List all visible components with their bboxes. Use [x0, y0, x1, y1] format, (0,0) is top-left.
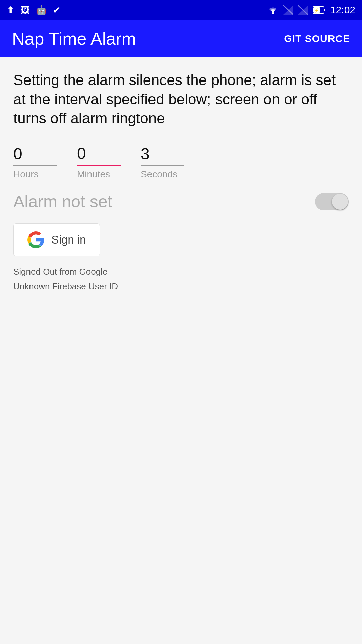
time-inputs-row: Hours Minutes Seconds: [13, 144, 349, 180]
signin-label: Sign in: [51, 233, 86, 246]
android-icon: 🤖: [36, 5, 47, 15]
status-time: 12:02: [330, 4, 355, 16]
image-icon: 🖼: [20, 5, 30, 16]
hours-field: Hours: [13, 145, 57, 180]
minutes-input[interactable]: [77, 144, 121, 166]
alarm-status-text: Alarm not set: [13, 192, 112, 211]
status-bar: ⬆ 🖼 🤖 ✔ ⚡ 12:02: [0, 0, 362, 20]
toggle-knob: [332, 194, 348, 210]
app-title: Nap Time Alarm: [12, 29, 136, 49]
alarm-status-row: Alarm not set: [13, 192, 349, 211]
app-bar: Nap Time Alarm GIT SOURCE: [0, 20, 362, 57]
seconds-label: Seconds: [141, 169, 184, 180]
google-signin-button[interactable]: Sign in: [13, 223, 100, 256]
auth-status-line1: Signed Out from Google: [13, 264, 349, 279]
alarm-toggle[interactable]: [315, 193, 349, 210]
svg-point-0: [272, 12, 274, 14]
signal-crossed-1-icon: [283, 5, 293, 15]
minutes-field: Minutes: [77, 144, 121, 180]
signal-crossed-2-icon: [298, 5, 308, 15]
git-source-button[interactable]: GIT SOURCE: [284, 33, 350, 44]
battery-icon: ⚡: [313, 6, 325, 14]
auth-status: Signed Out from Google Unknown Firebase …: [13, 264, 349, 294]
description-text: Setting the alarm silences the phone; al…: [13, 70, 349, 128]
main-content: Setting the alarm silences the phone; al…: [0, 57, 362, 644]
seconds-field: Seconds: [141, 145, 184, 180]
hours-input[interactable]: [13, 145, 57, 166]
hours-label: Hours: [13, 169, 57, 180]
minutes-label: Minutes: [77, 169, 121, 180]
check-icon: ✔: [53, 5, 60, 16]
status-bar-left: ⬆ 🖼 🤖 ✔: [7, 5, 60, 16]
upload-icon: ⬆: [7, 5, 14, 16]
status-bar-right: ⚡ 12:02: [267, 4, 355, 16]
wifi-icon: [267, 5, 279, 15]
svg-text:⚡: ⚡: [314, 8, 319, 13]
svg-rect-7: [324, 9, 325, 11]
auth-status-line2: Unknown Firebase User ID: [13, 279, 349, 294]
seconds-input[interactable]: [141, 145, 184, 166]
google-logo-icon: [27, 231, 45, 249]
